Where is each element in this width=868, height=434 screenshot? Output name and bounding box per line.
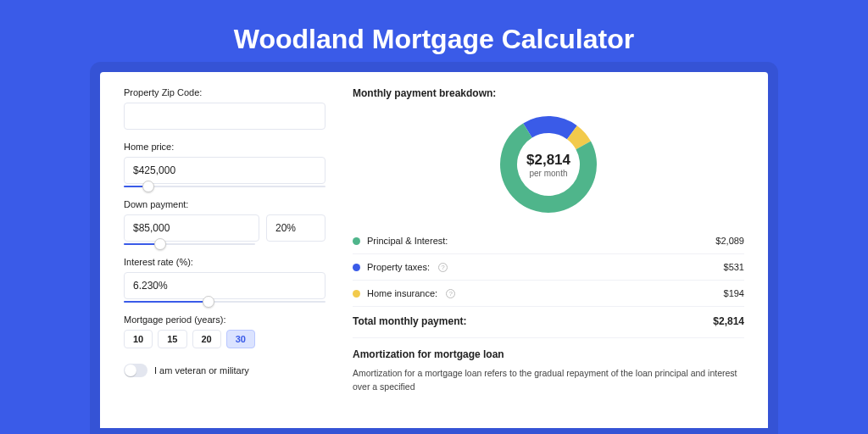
- legend-value: $2,089: [715, 236, 744, 246]
- interest-rate-group: Interest rate (%):: [124, 257, 326, 303]
- legend-left: Principal & Interest:: [353, 236, 448, 246]
- home-price-label: Home price:: [124, 142, 326, 152]
- legend-label: Property taxes:: [367, 262, 430, 272]
- veteran-toggle[interactable]: [124, 364, 147, 377]
- veteran-toggle-knob: [125, 364, 136, 376]
- down-payment-rate-input[interactable]: [266, 214, 326, 242]
- legend-dot: [353, 290, 360, 298]
- interest-rate-label: Interest rate (%):: [124, 257, 326, 267]
- home-price-input[interactable]: [124, 157, 326, 184]
- legend: Principal & Interest:$2,089Property taxe…: [353, 228, 744, 307]
- amortization-block: Amortization for mortgage loan Amortizat…: [353, 337, 744, 394]
- veteran-label: I am veteran or military: [154, 365, 249, 376]
- inputs-panel: Property Zip Code: Home price: Down paym…: [124, 87, 326, 428]
- legend-left: Home insurance:?: [353, 288, 455, 298]
- donut-center: $2,814 per month: [526, 152, 570, 178]
- zip-group: Property Zip Code:: [124, 87, 326, 130]
- legend-row: Principal & Interest:$2,089: [353, 228, 744, 254]
- total-row: Total monthly payment: $2,814: [353, 307, 744, 337]
- period-option-10[interactable]: 10: [124, 330, 153, 348]
- info-icon[interactable]: ?: [438, 263, 448, 272]
- zip-label: Property Zip Code:: [124, 87, 326, 97]
- legend-dot: [353, 264, 360, 271]
- period-option-30[interactable]: 30: [226, 330, 255, 348]
- breakdown-panel: Monthly payment breakdown: $2,814 per mo…: [353, 87, 744, 428]
- home-price-group: Home price:: [124, 142, 326, 187]
- period-group: Mortgage period (years): 10152030: [124, 314, 326, 348]
- amortization-title: Amortization for mortgage loan: [353, 348, 744, 360]
- down-payment-slider-thumb[interactable]: [154, 238, 166, 250]
- donut-sub: per month: [526, 169, 570, 178]
- amortization-text: Amortization for a mortgage loan refers …: [353, 367, 744, 394]
- breakdown-title: Monthly payment breakdown:: [353, 87, 744, 99]
- zip-input[interactable]: [124, 103, 326, 130]
- period-label: Mortgage period (years):: [124, 314, 326, 325]
- home-price-slider-thumb[interactable]: [142, 181, 154, 192]
- interest-rate-slider-thumb[interactable]: [203, 296, 214, 308]
- donut-wrap: $2,814 per month: [353, 108, 744, 228]
- period-option-15[interactable]: 15: [158, 330, 186, 348]
- page-title: Woodland Mortgage Calculator: [0, 0, 868, 72]
- total-value: $2,814: [713, 315, 744, 327]
- down-payment-slider[interactable]: [124, 243, 255, 245]
- down-payment-group: Down payment:: [124, 199, 326, 245]
- legend-value: $194: [724, 288, 744, 298]
- home-price-slider[interactable]: [124, 186, 326, 187]
- period-segmented: 10152030: [124, 330, 326, 348]
- donut-amount: $2,814: [526, 152, 570, 169]
- period-option-20[interactable]: 20: [192, 330, 221, 348]
- legend-label: Principal & Interest:: [367, 236, 448, 246]
- legend-row: Home insurance:?$194: [353, 281, 744, 307]
- calculator-card: Property Zip Code: Home price: Down paym…: [100, 72, 768, 428]
- legend-left: Property taxes:?: [353, 262, 448, 272]
- info-icon[interactable]: ?: [446, 289, 455, 298]
- legend-value: $531: [724, 262, 744, 272]
- donut-chart: $2,814 per month: [497, 113, 600, 216]
- donut-slice: [523, 116, 577, 139]
- down-payment-amount-input[interactable]: [124, 214, 259, 242]
- legend-label: Home insurance:: [367, 288, 437, 298]
- veteran-row: I am veteran or military: [124, 364, 326, 377]
- down-payment-label: Down payment:: [124, 199, 326, 209]
- interest-rate-input[interactable]: [124, 272, 326, 299]
- legend-row: Property taxes:?$531: [353, 254, 744, 281]
- legend-dot: [353, 237, 360, 245]
- interest-rate-slider[interactable]: [124, 301, 326, 303]
- total-label: Total monthly payment:: [353, 315, 466, 327]
- interest-rate-slider-fill: [124, 301, 209, 303]
